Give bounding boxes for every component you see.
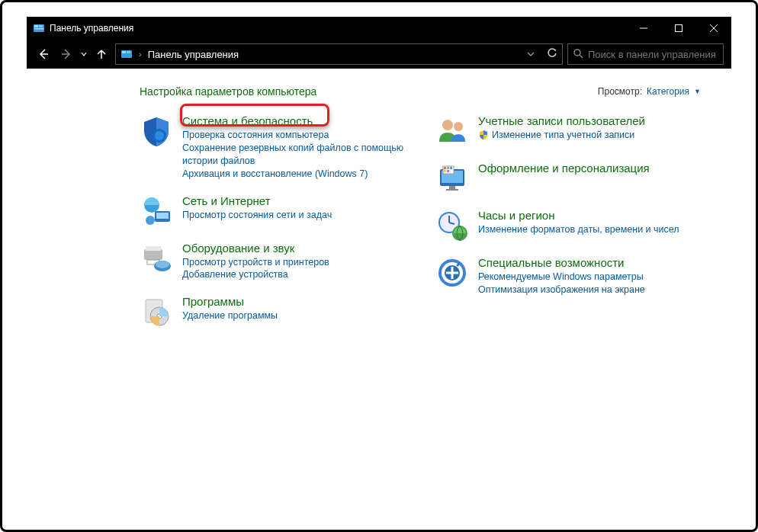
- svg-rect-36: [447, 167, 449, 169]
- category-sublink[interactable]: Архивация и восстановление (Windows 7): [182, 168, 405, 181]
- svg-rect-21: [146, 246, 161, 251]
- content-area: Настройка параметров компьютера Просмотр…: [27, 69, 731, 515]
- navigation-bar: › Панель управления: [27, 40, 731, 69]
- printer-device-icon: [140, 242, 173, 275]
- svg-rect-37: [450, 167, 452, 169]
- chevron-down-icon: ▼: [694, 88, 701, 95]
- svg-rect-3: [34, 28, 43, 30]
- history-dropdown[interactable]: [80, 45, 88, 63]
- search-bar[interactable]: [567, 43, 724, 65]
- svg-rect-2: [39, 25, 43, 27]
- svg-rect-1: [34, 25, 38, 27]
- category-sublink[interactable]: Рекомендуемые Windows параметры: [478, 271, 645, 284]
- svg-point-13: [574, 50, 580, 56]
- category-title[interactable]: Оформление и персонализация: [478, 162, 650, 175]
- minimize-button[interactable]: [626, 17, 661, 40]
- breadcrumb[interactable]: Панель управления: [148, 49, 239, 60]
- category-sublink[interactable]: Оптимизация изображения на экране: [478, 284, 645, 296]
- category-title[interactable]: Программы: [182, 295, 278, 308]
- category-network: Сеть и Интернет Просмотр состояния сети …: [140, 194, 405, 228]
- control-panel-icon: [33, 22, 45, 34]
- svg-rect-35: [444, 167, 446, 169]
- users-icon: [435, 114, 469, 148]
- svg-point-28: [442, 120, 453, 130]
- svg-rect-33: [446, 189, 458, 191]
- chevron-right-icon: ›: [137, 50, 143, 59]
- svg-rect-18: [156, 213, 169, 219]
- svg-point-19: [146, 216, 155, 225]
- svg-rect-38: [444, 170, 446, 172]
- category-appearance: Оформление и персонализация: [435, 162, 701, 195]
- close-button[interactable]: [696, 17, 731, 40]
- category-clock-region: Часы и регион Изменение форматов даты, в…: [435, 209, 701, 242]
- category-sublink[interactable]: Изменение форматов даты, времени и чисел: [478, 223, 679, 236]
- category-title[interactable]: Сеть и Интернет: [182, 194, 332, 207]
- view-value[interactable]: Категория: [647, 86, 689, 97]
- svg-rect-39: [447, 170, 449, 172]
- title-bar: Панель управления: [27, 17, 731, 40]
- monitor-personalize-icon: [435, 162, 469, 195]
- category-sublink[interactable]: Удаление программы: [182, 309, 278, 322]
- shield-icon: [140, 114, 173, 148]
- svg-point-24: [156, 261, 169, 268]
- category-sublink[interactable]: Добавление устройства: [182, 268, 329, 281]
- category-title[interactable]: Система и безопасность: [182, 114, 405, 127]
- uac-shield-icon: [478, 130, 489, 140]
- svg-point-29: [454, 122, 463, 131]
- category-ease-of-access: Специальные возможности Рекомендуемые Wi…: [435, 256, 701, 296]
- clock-globe-icon: [435, 209, 469, 242]
- category-title[interactable]: Учетные записи пользователей: [478, 114, 645, 127]
- category-sublink[interactable]: Просмотр устройств и принтеров: [182, 256, 329, 269]
- category-sublink[interactable]: Просмотр состояния сети и задач: [182, 209, 332, 222]
- svg-rect-32: [449, 186, 455, 189]
- category-title[interactable]: Специальные возможности: [478, 256, 645, 269]
- category-hardware: Оборудование и звук Просмотр устройств и…: [140, 242, 405, 282]
- category-sublink[interactable]: Изменение типа учетной записи: [492, 129, 634, 142]
- window-title: Панель управления: [50, 23, 626, 34]
- category-sublink[interactable]: Сохранение резервных копий файлов с помо…: [182, 142, 405, 168]
- maximize-button[interactable]: [661, 17, 696, 40]
- control-panel-icon: [120, 48, 133, 60]
- search-input[interactable]: [588, 49, 718, 60]
- refresh-button[interactable]: [547, 48, 557, 61]
- page-heading: Настройка параметров компьютера: [140, 85, 598, 98]
- forward-button[interactable]: [57, 45, 75, 63]
- category-title[interactable]: Часы и регион: [478, 209, 679, 222]
- svg-rect-11: [122, 51, 126, 53]
- category-user-accounts: Учетные записи пользователей Изменение т…: [435, 114, 701, 148]
- category-system-security: Система и безопасность Проверка состояни…: [140, 114, 405, 181]
- category-sublink[interactable]: Проверка состояния компьютера: [182, 129, 405, 142]
- address-dropdown-icon[interactable]: [527, 49, 535, 60]
- view-by-selector[interactable]: Просмотр: Категория ▼: [598, 86, 701, 97]
- view-label: Просмотр:: [598, 86, 642, 97]
- ease-of-access-icon: [435, 256, 469, 290]
- svg-rect-5: [676, 25, 683, 32]
- globe-network-icon: [140, 194, 173, 228]
- address-bar[interactable]: › Панель управления: [115, 43, 563, 65]
- svg-line-14: [580, 55, 583, 58]
- category-title[interactable]: Оборудование и звук: [182, 242, 329, 255]
- svg-rect-20: [144, 249, 162, 260]
- search-icon: [573, 48, 583, 61]
- up-button[interactable]: [92, 45, 111, 63]
- svg-rect-12: [127, 51, 130, 53]
- category-programs: Программы Удаление программы: [140, 295, 405, 328]
- disc-box-icon: [140, 295, 173, 328]
- back-button[interactable]: [34, 45, 53, 63]
